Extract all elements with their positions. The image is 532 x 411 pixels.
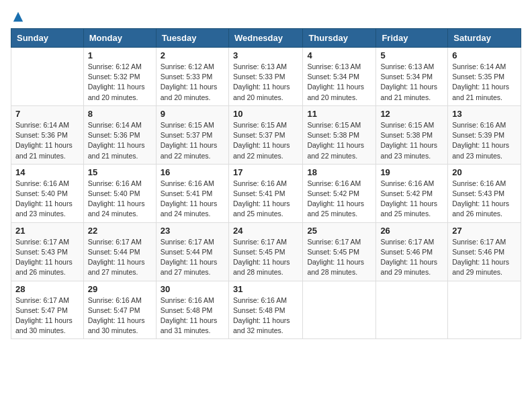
day-info: Sunrise: 6:14 AMSunset: 5:35 PMDaylight:… bbox=[452, 62, 517, 103]
day-number: 11 bbox=[307, 109, 371, 119]
day-number: 10 bbox=[233, 109, 298, 119]
day-number: 12 bbox=[380, 109, 443, 119]
day-number: 8 bbox=[88, 109, 152, 119]
day-info: Sunrise: 6:15 AMSunset: 5:37 PMDaylight:… bbox=[161, 120, 224, 161]
day-number: 2 bbox=[161, 50, 224, 60]
weekday-header-saturday: Saturday bbox=[448, 29, 521, 48]
page-header bbox=[11, 11, 521, 23]
calendar-cell: 6Sunrise: 6:14 AMSunset: 5:35 PMDaylight… bbox=[448, 48, 521, 106]
calendar-cell: 16Sunrise: 6:16 AMSunset: 5:41 PMDayligh… bbox=[156, 164, 228, 222]
calendar-cell: 30Sunrise: 6:16 AMSunset: 5:48 PMDayligh… bbox=[156, 281, 228, 339]
day-number: 19 bbox=[380, 167, 443, 177]
day-number: 22 bbox=[88, 226, 152, 236]
day-info: Sunrise: 6:16 AMSunset: 5:48 PMDaylight:… bbox=[233, 295, 298, 336]
weekday-header-sunday: Sunday bbox=[11, 29, 84, 48]
day-number: 24 bbox=[233, 226, 298, 236]
calendar-cell: 31Sunrise: 6:16 AMSunset: 5:48 PMDayligh… bbox=[228, 281, 302, 339]
day-number: 6 bbox=[452, 50, 517, 60]
day-number: 5 bbox=[380, 50, 443, 60]
day-info: Sunrise: 6:17 AMSunset: 5:46 PMDaylight:… bbox=[452, 237, 517, 278]
day-info: Sunrise: 6:16 AMSunset: 5:48 PMDaylight:… bbox=[161, 295, 224, 336]
calendar-cell: 18Sunrise: 6:16 AMSunset: 5:42 PMDayligh… bbox=[303, 164, 376, 222]
calendar-cell: 7Sunrise: 6:14 AMSunset: 5:36 PMDaylight… bbox=[11, 105, 84, 164]
day-info: Sunrise: 6:17 AMSunset: 5:44 PMDaylight:… bbox=[161, 237, 224, 278]
day-number: 14 bbox=[15, 167, 79, 177]
day-number: 1 bbox=[88, 50, 152, 60]
weekday-header-row: SundayMondayTuesdayWednesdayThursdayFrid… bbox=[11, 29, 521, 48]
day-number: 29 bbox=[88, 284, 152, 294]
calendar-table: SundayMondayTuesdayWednesdayThursdayFrid… bbox=[11, 28, 521, 339]
calendar-cell: 17Sunrise: 6:16 AMSunset: 5:41 PMDayligh… bbox=[228, 164, 302, 222]
calendar-cell: 15Sunrise: 6:16 AMSunset: 5:40 PMDayligh… bbox=[83, 164, 156, 222]
day-number: 26 bbox=[380, 226, 443, 236]
day-info: Sunrise: 6:17 AMSunset: 5:46 PMDaylight:… bbox=[380, 237, 443, 278]
day-number: 20 bbox=[452, 167, 517, 177]
calendar-cell: 26Sunrise: 6:17 AMSunset: 5:46 PMDayligh… bbox=[376, 222, 448, 281]
day-info: Sunrise: 6:13 AMSunset: 5:34 PMDaylight:… bbox=[380, 62, 443, 103]
day-info: Sunrise: 6:12 AMSunset: 5:33 PMDaylight:… bbox=[161, 62, 224, 103]
day-info: Sunrise: 6:14 AMSunset: 5:36 PMDaylight:… bbox=[88, 120, 152, 161]
calendar-cell: 1Sunrise: 6:12 AMSunset: 5:32 PMDaylight… bbox=[83, 48, 156, 106]
day-info: Sunrise: 6:17 AMSunset: 5:43 PMDaylight:… bbox=[15, 237, 79, 278]
svg-marker-0 bbox=[13, 12, 23, 21]
calendar-cell: 2Sunrise: 6:12 AMSunset: 5:33 PMDaylight… bbox=[156, 48, 228, 106]
day-number: 31 bbox=[233, 284, 298, 294]
weekday-header-friday: Friday bbox=[376, 29, 448, 48]
calendar-cell: 19Sunrise: 6:16 AMSunset: 5:42 PMDayligh… bbox=[376, 164, 448, 222]
day-number: 23 bbox=[161, 226, 224, 236]
day-info: Sunrise: 6:16 AMSunset: 5:41 PMDaylight:… bbox=[161, 179, 224, 220]
week-row-1: 1Sunrise: 6:12 AMSunset: 5:32 PMDaylight… bbox=[11, 48, 521, 106]
calendar-cell: 22Sunrise: 6:17 AMSunset: 5:44 PMDayligh… bbox=[83, 222, 156, 281]
day-number: 25 bbox=[307, 226, 371, 236]
calendar-cell: 13Sunrise: 6:16 AMSunset: 5:39 PMDayligh… bbox=[448, 105, 521, 164]
calendar-cell: 12Sunrise: 6:15 AMSunset: 5:38 PMDayligh… bbox=[376, 105, 448, 164]
day-info: Sunrise: 6:17 AMSunset: 5:45 PMDaylight:… bbox=[307, 237, 371, 278]
calendar-cell: 8Sunrise: 6:14 AMSunset: 5:36 PMDaylight… bbox=[83, 105, 156, 164]
calendar-cell: 23Sunrise: 6:17 AMSunset: 5:44 PMDayligh… bbox=[156, 222, 228, 281]
day-number: 7 bbox=[15, 109, 79, 119]
day-info: Sunrise: 6:17 AMSunset: 5:47 PMDaylight:… bbox=[15, 295, 79, 336]
calendar-cell: 5Sunrise: 6:13 AMSunset: 5:34 PMDaylight… bbox=[376, 48, 448, 106]
day-number: 27 bbox=[452, 226, 517, 236]
calendar-cell: 21Sunrise: 6:17 AMSunset: 5:43 PMDayligh… bbox=[11, 222, 84, 281]
calendar-cell: 9Sunrise: 6:15 AMSunset: 5:37 PMDaylight… bbox=[156, 105, 228, 164]
weekday-header-wednesday: Wednesday bbox=[228, 29, 302, 48]
day-number: 16 bbox=[161, 167, 224, 177]
day-info: Sunrise: 6:16 AMSunset: 5:40 PMDaylight:… bbox=[88, 179, 152, 220]
calendar-cell: 3Sunrise: 6:13 AMSunset: 5:33 PMDaylight… bbox=[228, 48, 302, 106]
calendar-cell: 25Sunrise: 6:17 AMSunset: 5:45 PMDayligh… bbox=[303, 222, 376, 281]
calendar-cell bbox=[11, 48, 84, 106]
calendar-cell: 4Sunrise: 6:13 AMSunset: 5:34 PMDaylight… bbox=[303, 48, 376, 106]
day-info: Sunrise: 6:17 AMSunset: 5:44 PMDaylight:… bbox=[88, 237, 152, 278]
calendar-cell: 28Sunrise: 6:17 AMSunset: 5:47 PMDayligh… bbox=[11, 281, 84, 339]
logo-icon bbox=[12, 11, 24, 23]
day-number: 9 bbox=[161, 109, 224, 119]
day-number: 30 bbox=[161, 284, 224, 294]
weekday-header-monday: Monday bbox=[83, 29, 156, 48]
week-row-4: 21Sunrise: 6:17 AMSunset: 5:43 PMDayligh… bbox=[11, 222, 521, 281]
weekday-header-thursday: Thursday bbox=[303, 29, 376, 48]
day-info: Sunrise: 6:15 AMSunset: 5:38 PMDaylight:… bbox=[380, 120, 443, 161]
calendar-cell: 11Sunrise: 6:15 AMSunset: 5:38 PMDayligh… bbox=[303, 105, 376, 164]
day-info: Sunrise: 6:13 AMSunset: 5:34 PMDaylight:… bbox=[307, 62, 371, 103]
day-number: 21 bbox=[15, 226, 79, 236]
calendar-cell: 29Sunrise: 6:16 AMSunset: 5:47 PMDayligh… bbox=[83, 281, 156, 339]
calendar-cell bbox=[303, 281, 376, 339]
calendar-cell bbox=[376, 281, 448, 339]
calendar-cell: 14Sunrise: 6:16 AMSunset: 5:40 PMDayligh… bbox=[11, 164, 84, 222]
weekday-header-tuesday: Tuesday bbox=[156, 29, 228, 48]
day-info: Sunrise: 6:12 AMSunset: 5:32 PMDaylight:… bbox=[88, 62, 152, 103]
day-info: Sunrise: 6:16 AMSunset: 5:42 PMDaylight:… bbox=[380, 179, 443, 220]
day-number: 15 bbox=[88, 167, 152, 177]
day-info: Sunrise: 6:16 AMSunset: 5:39 PMDaylight:… bbox=[452, 120, 517, 161]
calendar-cell bbox=[448, 281, 521, 339]
calendar-cell: 10Sunrise: 6:15 AMSunset: 5:37 PMDayligh… bbox=[228, 105, 302, 164]
day-number: 4 bbox=[307, 50, 371, 60]
week-row-3: 14Sunrise: 6:16 AMSunset: 5:40 PMDayligh… bbox=[11, 164, 521, 222]
day-info: Sunrise: 6:16 AMSunset: 5:42 PMDaylight:… bbox=[307, 179, 371, 220]
calendar-cell: 20Sunrise: 6:16 AMSunset: 5:43 PMDayligh… bbox=[448, 164, 521, 222]
day-number: 18 bbox=[307, 167, 371, 177]
day-info: Sunrise: 6:16 AMSunset: 5:41 PMDaylight:… bbox=[233, 179, 298, 220]
calendar-cell: 24Sunrise: 6:17 AMSunset: 5:45 PMDayligh… bbox=[228, 222, 302, 281]
calendar-cell: 27Sunrise: 6:17 AMSunset: 5:46 PMDayligh… bbox=[448, 222, 521, 281]
